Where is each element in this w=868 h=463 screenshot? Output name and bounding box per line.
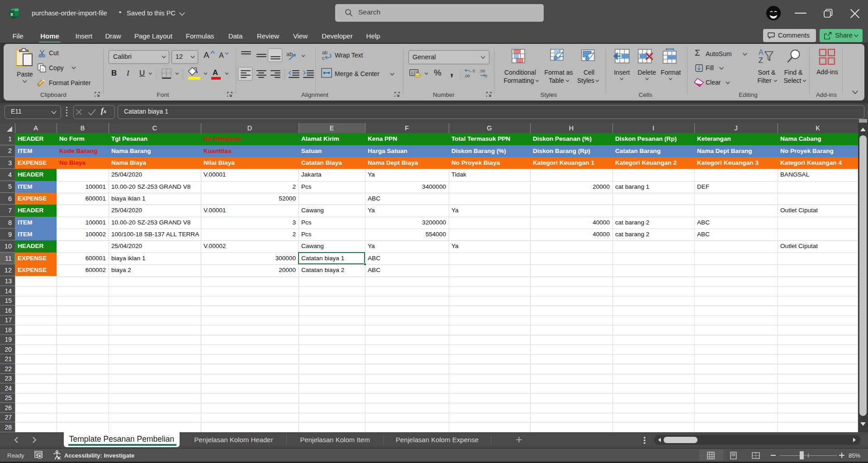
svg-text:←0: ←0 bbox=[469, 69, 475, 73]
svg-text:0: 0 bbox=[485, 74, 487, 78]
svg-text:.00: .00 bbox=[464, 74, 470, 78]
svg-text:Z: Z bbox=[759, 57, 763, 64]
svg-text:c: c bbox=[322, 55, 325, 61]
svg-text:.00: .00 bbox=[479, 69, 485, 73]
svg-text:A: A bbox=[759, 48, 764, 56]
svg-text:ab: ab bbox=[322, 50, 327, 55]
svg-text:ab: ab bbox=[286, 51, 293, 57]
svg-text:x: x bbox=[10, 11, 14, 17]
